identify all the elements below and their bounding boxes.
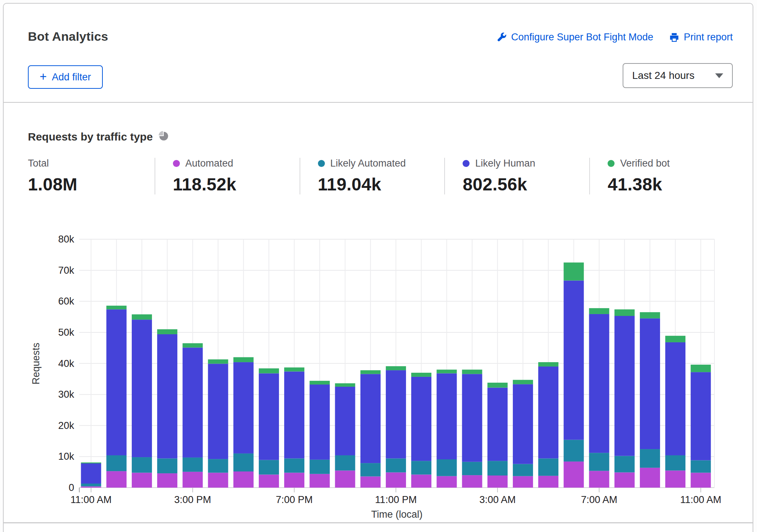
bar-segment-verified-bot[interactable] bbox=[411, 373, 431, 377]
bar-segment-likely-automated[interactable] bbox=[691, 460, 711, 473]
bar-segment-likely-automated[interactable] bbox=[437, 459, 457, 476]
bar-segment-likely-human[interactable] bbox=[106, 309, 127, 455]
bar-segment-automated[interactable] bbox=[284, 473, 304, 488]
bar-segment-automated[interactable] bbox=[157, 473, 177, 488]
bar-segment-verified-bot[interactable] bbox=[564, 262, 584, 280]
bar-segment-automated[interactable] bbox=[259, 474, 279, 488]
bar-segment-likely-human[interactable] bbox=[309, 385, 330, 460]
bar-segment-automated[interactable] bbox=[462, 475, 482, 488]
bar-segment-verified-bot[interactable] bbox=[665, 336, 685, 342]
time-range-select[interactable]: Last 24 hours bbox=[623, 63, 733, 88]
bar-segment-verified-bot[interactable] bbox=[462, 369, 482, 374]
bar-segment-verified-bot[interactable] bbox=[538, 362, 558, 367]
bar-segment-automated[interactable] bbox=[538, 476, 558, 488]
bar-segment-likely-human[interactable] bbox=[538, 367, 558, 458]
bar-segment-automated[interactable] bbox=[437, 476, 457, 488]
configure-super-bot-fight-mode-link[interactable]: Configure Super Bot Fight Mode bbox=[497, 32, 653, 43]
bar-segment-verified-bot[interactable] bbox=[106, 306, 127, 309]
bar-segment-verified-bot[interactable] bbox=[589, 308, 609, 314]
bar-segment-likely-human[interactable] bbox=[488, 388, 508, 461]
stat-verified-bot[interactable]: Verified bot41.38k bbox=[589, 158, 734, 194]
bar-segment-likely-human[interactable] bbox=[233, 362, 254, 453]
bar-segment-automated[interactable] bbox=[589, 471, 609, 488]
add-filter-button[interactable]: + Add filter bbox=[28, 65, 103, 89]
bar-segment-automated[interactable] bbox=[335, 470, 355, 488]
bar-segment-likely-automated[interactable] bbox=[208, 459, 228, 473]
bar-segment-automated[interactable] bbox=[488, 475, 508, 488]
bar-segment-automated[interactable] bbox=[132, 473, 152, 488]
bar-segment-verified-bot[interactable] bbox=[208, 359, 228, 364]
bar-segment-automated[interactable] bbox=[386, 473, 406, 488]
bar-segment-likely-human[interactable] bbox=[691, 372, 711, 460]
bar-segment-automated[interactable] bbox=[640, 468, 660, 488]
bar-segment-likely-human[interactable] bbox=[462, 374, 482, 462]
bar-segment-verified-bot[interactable] bbox=[437, 369, 457, 373]
bar-segment-verified-bot[interactable] bbox=[284, 368, 304, 372]
bar-segment-likely-automated[interactable] bbox=[309, 460, 330, 474]
bar-segment-likely-human[interactable] bbox=[386, 370, 406, 458]
bar-segment-likely-human[interactable] bbox=[615, 316, 635, 456]
bar-segment-automated[interactable] bbox=[81, 487, 101, 488]
bar-segment-verified-bot[interactable] bbox=[488, 383, 508, 388]
bar-segment-likely-automated[interactable] bbox=[361, 463, 381, 476]
bar-segment-likely-automated[interactable] bbox=[665, 455, 685, 470]
bar-segment-likely-automated[interactable] bbox=[589, 453, 609, 471]
bar-segment-likely-human[interactable] bbox=[259, 374, 279, 460]
stat-total[interactable]: Total1.08M bbox=[28, 158, 155, 194]
stat-likely-human[interactable]: Likely Human802.56k bbox=[444, 158, 589, 194]
bar-segment-verified-bot[interactable] bbox=[259, 368, 279, 374]
bar-segment-likely-human[interactable] bbox=[335, 387, 355, 455]
bar-segment-likely-human[interactable] bbox=[589, 314, 609, 453]
bar-segment-automated[interactable] bbox=[309, 474, 330, 488]
bar-segment-verified-bot[interactable] bbox=[513, 380, 533, 384]
bar-segment-likely-human[interactable] bbox=[640, 318, 660, 449]
bar-segment-likely-automated[interactable] bbox=[335, 455, 355, 470]
stat-automated[interactable]: Automated118.52k bbox=[155, 158, 300, 194]
bar-segment-likely-automated[interactable] bbox=[182, 458, 203, 472]
bar-segment-automated[interactable] bbox=[106, 471, 127, 488]
bar-segment-verified-bot[interactable] bbox=[157, 329, 177, 334]
bar-segment-likely-human[interactable] bbox=[437, 374, 457, 459]
bar-segment-likely-automated[interactable] bbox=[615, 456, 635, 473]
bar-segment-automated[interactable] bbox=[182, 472, 203, 488]
bar-segment-likely-automated[interactable] bbox=[259, 460, 279, 475]
bar-segment-likely-human[interactable] bbox=[157, 334, 177, 459]
requests-by-traffic-type-chart[interactable]: 010k20k30k40k50k60k70k80k11:00 AM3:00 PM… bbox=[4, 206, 754, 524]
stat-likely-automated[interactable]: Likely Automated119.04k bbox=[300, 158, 445, 194]
bar-segment-likely-automated[interactable] bbox=[386, 458, 406, 472]
bar-segment-likely-automated[interactable] bbox=[106, 455, 127, 471]
bar-segment-verified-bot[interactable] bbox=[182, 343, 203, 347]
bar-segment-automated[interactable] bbox=[665, 470, 685, 488]
bar-segment-likely-automated[interactable] bbox=[640, 449, 660, 468]
bar-segment-verified-bot[interactable] bbox=[361, 370, 381, 374]
bar-segment-verified-bot[interactable] bbox=[615, 309, 635, 316]
bar-segment-verified-bot[interactable] bbox=[335, 383, 355, 387]
bar-segment-likely-automated[interactable] bbox=[233, 453, 254, 471]
bar-segment-automated[interactable] bbox=[691, 473, 711, 488]
bar-segment-verified-bot[interactable] bbox=[691, 365, 711, 372]
bar-segment-likely-human[interactable] bbox=[411, 377, 431, 461]
bar-segment-automated[interactable] bbox=[513, 476, 533, 488]
bar-segment-likely-human[interactable] bbox=[81, 463, 101, 484]
bar-segment-likely-automated[interactable] bbox=[513, 464, 533, 476]
bar-segment-likely-automated[interactable] bbox=[132, 457, 152, 473]
bar-segment-likely-human[interactable] bbox=[564, 281, 584, 440]
bar-segment-verified-bot[interactable] bbox=[640, 312, 660, 318]
bar-segment-automated[interactable] bbox=[615, 473, 635, 488]
bar-segment-automated[interactable] bbox=[233, 471, 254, 488]
bar-segment-verified-bot[interactable] bbox=[386, 366, 406, 370]
bar-segment-likely-human[interactable] bbox=[182, 347, 203, 458]
bar-segment-likely-human[interactable] bbox=[665, 342, 685, 455]
bar-segment-likely-automated[interactable] bbox=[488, 461, 508, 475]
bar-segment-verified-bot[interactable] bbox=[132, 314, 152, 320]
bar-segment-automated[interactable] bbox=[361, 477, 381, 488]
print-report-link[interactable]: Print report bbox=[669, 32, 733, 43]
bar-segment-likely-automated[interactable] bbox=[81, 484, 101, 487]
bar-segment-likely-automated[interactable] bbox=[284, 458, 304, 473]
bar-segment-verified-bot[interactable] bbox=[309, 381, 330, 385]
bar-segment-likely-automated[interactable] bbox=[157, 458, 177, 473]
bar-segment-automated[interactable] bbox=[564, 462, 584, 488]
bar-segment-automated[interactable] bbox=[208, 473, 228, 488]
bar-segment-verified-bot[interactable] bbox=[81, 462, 101, 463]
bar-segment-likely-automated[interactable] bbox=[411, 461, 431, 474]
